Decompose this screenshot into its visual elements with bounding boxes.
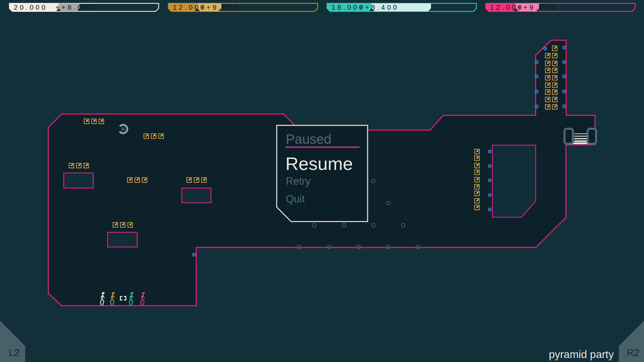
gold-square [113, 223, 118, 227]
gold-square [545, 97, 550, 102]
mine-icon [562, 46, 566, 50]
pause-menu-underline [285, 146, 360, 148]
hud-bar-white: 20.000++8.000 [9, 3, 159, 11]
mine-icon [535, 105, 539, 109]
gold-square [69, 163, 74, 168]
hud-score: 20.000 [14, 3, 47, 11]
gold-square [475, 163, 479, 168]
gold-square [545, 105, 550, 109]
wall-block [64, 173, 93, 188]
gold-square [475, 184, 479, 189]
gold-square [552, 83, 557, 87]
mine-icon [543, 47, 547, 51]
gold-square [475, 170, 479, 175]
gold-square [142, 178, 147, 182]
door-stripe [574, 138, 587, 139]
hud-bar-teal: 18.000++8.400 [327, 3, 476, 11]
mine-icon [488, 164, 492, 168]
gold-square [84, 119, 89, 124]
hud-bonus: ++9.600 [200, 3, 240, 11]
hud-bonus: ++8.400 [359, 3, 399, 11]
gold-square [475, 156, 479, 161]
gold-square [552, 53, 557, 58]
gold-square [545, 61, 550, 66]
gold-square [545, 75, 550, 80]
gold-square [552, 105, 557, 109]
door-stripe [572, 142, 589, 144]
mine-icon [562, 60, 566, 64]
gold-square [202, 178, 206, 182]
pause-menu: Paused Resume Retry Quit [277, 125, 368, 222]
gold-square [475, 205, 479, 210]
mine-icon [562, 74, 566, 78]
mine-icon [488, 193, 492, 197]
gold-square [128, 223, 132, 227]
wall-room [492, 145, 536, 217]
hud-bonus: ++8.000 [55, 3, 95, 11]
gold-square [552, 75, 557, 80]
gold-square [76, 163, 81, 168]
mine-icon [488, 178, 492, 182]
pause-menu-title: Paused [286, 132, 331, 146]
door-bracket-left [565, 129, 573, 144]
gold-square [545, 83, 550, 87]
mine-icon [562, 89, 566, 94]
hud: 20.000++8.00012.000++9.60018.000++8.4001… [9, 3, 635, 11]
resume-button[interactable]: Resume [285, 154, 353, 174]
gold-square [84, 163, 89, 168]
right-bumper-label: R2 [627, 347, 639, 358]
gold-square [127, 178, 132, 182]
gold-square [552, 61, 557, 66]
level-name: pyramid party [549, 348, 614, 360]
gold-square [552, 90, 557, 95]
gold-square [187, 178, 192, 182]
gold-square [475, 191, 479, 196]
hud-bar-pink: 12.000++9.600 [486, 3, 635, 11]
door-stripe [574, 136, 587, 137]
gold-square [545, 90, 550, 95]
door-bracket-right [588, 129, 596, 144]
gold-square [194, 178, 199, 182]
gold-square [552, 68, 557, 73]
mine-icon [488, 149, 492, 154]
gold-square [475, 198, 479, 203]
left-bumper-label: L2 [9, 347, 19, 358]
gold-square [151, 134, 156, 138]
mine-icon [535, 74, 539, 78]
mine-icon [535, 89, 539, 94]
gold-square [99, 119, 104, 124]
gold-square [135, 178, 140, 182]
wall-block [182, 188, 211, 203]
mine-icon [488, 207, 492, 212]
gold-square [552, 46, 557, 51]
retry-button[interactable]: Retry [286, 175, 311, 187]
door-stripe [574, 133, 587, 134]
wall-block [108, 232, 137, 247]
game-scene: Paused Resume Retry Quit 20.000++8.00012… [0, 0, 644, 362]
gold-square [552, 97, 557, 102]
mine-icon [192, 253, 196, 257]
quit-button[interactable]: Quit [286, 193, 305, 205]
gold-square [120, 223, 125, 227]
gold-square [545, 68, 550, 73]
gold-square [144, 134, 149, 138]
mine-icon [562, 104, 566, 108]
gold-square [475, 177, 479, 182]
hud-bonus: ++9.600 [517, 3, 557, 11]
door-stripe [574, 140, 587, 142]
footer: L2 R2 pyramid party [0, 321, 644, 362]
gold-square [159, 134, 163, 138]
gold-square [475, 149, 479, 154]
gold-square [92, 119, 96, 124]
mine-icon [535, 60, 539, 64]
hud-bar-gold: 12.000++9.600 [168, 3, 318, 11]
gold-square [545, 53, 550, 58]
